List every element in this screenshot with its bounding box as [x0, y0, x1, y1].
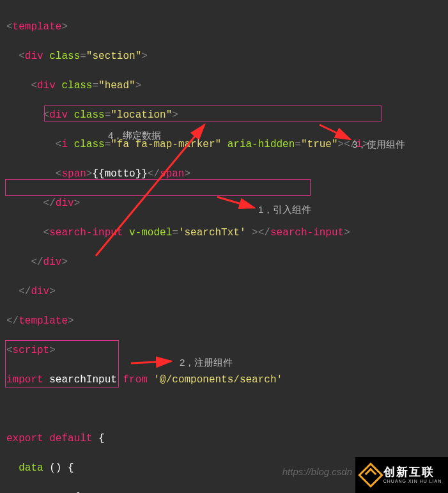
code-line [6, 402, 369, 417]
code-line: </template> [6, 314, 369, 329]
highlight-box-register-component [5, 340, 119, 387]
highlight-box-import-component [5, 179, 311, 196]
code-line: </div> [6, 255, 369, 270]
code-line: export default { [6, 432, 369, 446]
code-line: </div> [6, 285, 369, 299]
brand-logo: 创新互联 CHUANG XIN HU LIAN [355, 457, 448, 493]
code-line: </div> [6, 196, 369, 211]
code-line: <i class="fa fa-map-marker" aria-hidden=… [6, 137, 369, 152]
code-line: return { [6, 490, 369, 493]
logo-text: 创新互联 CHUANG XIN HU LIAN [383, 466, 442, 483]
annotation-register-label: 2，注册组件 [180, 355, 233, 370]
annotation-bind-label: 4，绑定数据 [108, 128, 161, 143]
code-editor-pane[interactable]: <template> <div class="section"> <div cl… [6, 5, 369, 493]
code-line: <template> [6, 20, 369, 35]
logo-subtitle: CHUANG XIN HU LIAN [383, 479, 442, 484]
annotation-use-label: 3，使用组件 [352, 137, 405, 152]
code-line: <search-input v-model='searchTxt' ></sea… [6, 226, 369, 240]
logo-title: 创新互联 [383, 466, 442, 479]
logo-diamond-icon [358, 462, 383, 488]
watermark-text: https://blog.csdn [282, 464, 352, 479]
code-line: <div class="head"> [6, 79, 369, 93]
highlight-box-use-component [44, 106, 382, 121]
code-line: <div class="section"> [6, 49, 369, 64]
annotation-import-label: 1，引入组件 [258, 202, 311, 217]
